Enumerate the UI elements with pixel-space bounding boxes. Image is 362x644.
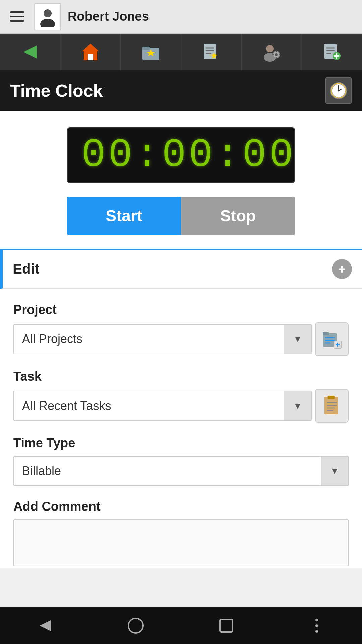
task-value: All Recent Tasks <box>14 391 284 420</box>
project-value: All Projects <box>14 325 284 354</box>
start-button[interactable]: Start <box>67 197 181 235</box>
stop-button[interactable]: Stop <box>181 197 295 235</box>
task-action-button[interactable] <box>315 389 349 423</box>
svg-point-53 <box>315 630 318 633</box>
user-profile[interactable]: Robert Jones <box>34 3 149 30</box>
tasks-star-toolbar-button[interactable] <box>181 34 242 70</box>
comment-label: Add Comment <box>13 499 349 514</box>
svg-point-17 <box>275 53 278 56</box>
time-type-field-group: Time Type Billable ▼ <box>13 436 349 486</box>
task-dropdown-arrow[interactable]: ▼ <box>284 391 311 420</box>
svg-rect-7 <box>142 47 150 50</box>
time-type-select[interactable]: Billable ▼ <box>13 456 349 486</box>
svg-rect-35 <box>323 332 329 335</box>
task-label: Task <box>13 369 349 384</box>
add-task-toolbar-button[interactable] <box>302 34 362 70</box>
edit-title: Edit <box>13 261 39 277</box>
page-title: Time Clock <box>10 80 103 101</box>
project-action-button[interactable] <box>315 322 349 356</box>
menu-button[interactable] <box>7 8 27 25</box>
svg-point-49 <box>128 618 143 633</box>
svg-point-33 <box>338 90 339 91</box>
svg-rect-50 <box>220 619 233 632</box>
project-field-row: All Projects ▼ <box>13 322 349 356</box>
project-field-group: Project All Projects ▼ <box>13 303 349 356</box>
nav-home-button[interactable] <box>120 610 152 642</box>
project-label: Project <box>13 303 349 317</box>
comment-field-group: Add Comment <box>13 499 349 568</box>
user-avatar <box>34 3 61 30</box>
app-header: Robert Jones <box>0 0 362 34</box>
svg-point-14 <box>266 45 274 52</box>
edit-section: Edit + Project All Projects ▼ <box>0 250 362 568</box>
project-select[interactable]: All Projects ▼ <box>13 324 312 354</box>
project-dropdown-arrow[interactable]: ▼ <box>284 325 311 354</box>
home-toolbar-button[interactable] <box>60 34 121 70</box>
svg-point-51 <box>315 619 318 621</box>
comment-textarea[interactable] <box>13 519 349 566</box>
edit-header: Edit + <box>0 250 362 289</box>
svg-point-52 <box>315 624 318 627</box>
svg-rect-43 <box>328 396 335 399</box>
timer-display: 00:00:00 <box>67 127 295 183</box>
form-section: Project All Projects ▼ <box>0 303 362 568</box>
task-field-group: Task All Recent Tasks ▼ <box>13 369 349 423</box>
nav-recents-button[interactable] <box>210 610 242 642</box>
main-toolbar <box>0 34 362 70</box>
task-field-row: All Recent Tasks ▼ <box>13 389 349 423</box>
bottom-navigation <box>0 607 362 644</box>
user-settings-toolbar-button[interactable] <box>242 34 302 70</box>
time-type-dropdown-arrow[interactable]: ▼ <box>321 457 348 485</box>
back-toolbar-button[interactable] <box>0 34 60 70</box>
nav-back-button[interactable] <box>29 610 61 642</box>
svg-marker-48 <box>40 620 51 631</box>
time-type-label: Time Type <box>13 436 349 450</box>
svg-marker-3 <box>23 45 37 59</box>
page-title-bar: Time Clock <box>0 70 362 111</box>
edit-add-button[interactable]: + <box>332 259 352 279</box>
favorites-toolbar-button[interactable] <box>121 34 181 70</box>
clock-icon <box>325 77 352 104</box>
time-type-value: Billable <box>14 457 321 485</box>
timer-section: 00:00:00 Start Stop <box>0 111 362 250</box>
timer-buttons: Start Stop <box>67 197 295 235</box>
timer-digits: 00:00:00 <box>81 135 281 175</box>
nav-more-button[interactable] <box>301 610 333 642</box>
svg-rect-5 <box>88 54 93 60</box>
username-label: Robert Jones <box>68 9 149 24</box>
task-select[interactable]: All Recent Tasks ▼ <box>13 391 312 421</box>
svg-point-1 <box>44 9 52 17</box>
